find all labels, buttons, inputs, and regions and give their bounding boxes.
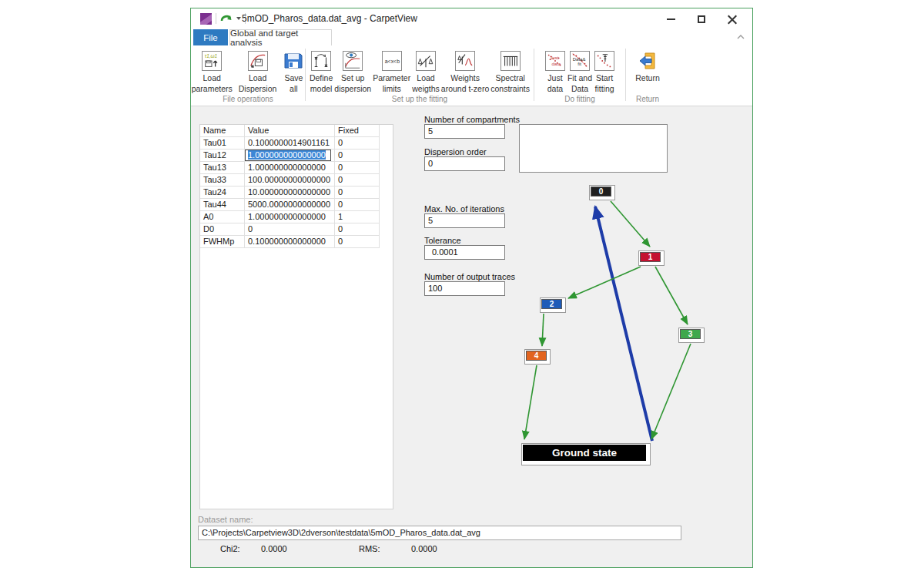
max-iterations-input[interactable]: 5 [424, 213, 505, 228]
set-up-dispersion-icon [342, 50, 363, 72]
compartment-node-3[interactable]: 3 [678, 328, 705, 343]
cell-fixed[interactable]: 0 [335, 187, 380, 199]
cell-name[interactable]: Tau24 [200, 187, 245, 199]
cell-value[interactable]: 0.1000000014901161 [245, 137, 335, 150]
button-label: Spectral [495, 73, 525, 82]
close-button[interactable] [717, 8, 748, 29]
table-row[interactable]: D000 [200, 223, 380, 236]
maximize-icon [698, 15, 705, 23]
button-label: Return [635, 73, 660, 82]
table-row[interactable]: FWHMp0.1000000000000000 [200, 236, 380, 248]
maximize-button[interactable] [686, 8, 717, 29]
cell-fixed[interactable]: 0 [335, 199, 380, 211]
dataset-path-input[interactable]: C:\Projects\Carpetview3D\2dverson\testda… [198, 526, 681, 540]
cell-value[interactable]: 0 [245, 223, 335, 236]
cell-value[interactable]: 1.000000000000000 [245, 150, 335, 162]
fit-and-data-button[interactable]: Data& fit Fit and Data [567, 50, 593, 94]
define-model-button[interactable]: Define model [309, 50, 333, 94]
table-row[interactable]: A01.0000000000000001 [200, 211, 380, 223]
spectral-constraints-button[interactable]: Spectral constraints [490, 50, 531, 94]
cell-fixed[interactable]: 0 [335, 162, 380, 174]
tab-global-and-target-analysis[interactable]: Global and target analysis [229, 29, 332, 45]
tolerance-input[interactable]: 0.0001 [424, 245, 505, 260]
button-label: fitting [594, 84, 614, 93]
ribbon-group-file-operations: τ1,ω1 Load parameters [191, 45, 305, 106]
button-label: data [547, 84, 563, 93]
table-row[interactable]: Tau445000.00000000000000 [200, 199, 380, 211]
column-header-value[interactable]: Value [245, 125, 335, 137]
compartment-node-1[interactable]: 1 [638, 250, 665, 266]
compartment-node-0[interactable]: 0 [589, 185, 615, 200]
dispersion-order-input[interactable]: 0 [424, 156, 505, 171]
just-data-button[interactable]: Just data Just data [544, 50, 567, 94]
cell-fixed[interactable]: 0 [335, 174, 380, 187]
cell-fixed[interactable]: 0 [335, 223, 380, 236]
quick-access-dropdown-icon[interactable] [236, 17, 241, 20]
define-model-icon [310, 50, 332, 72]
start-fitting-button[interactable]: Start fitting [593, 50, 616, 94]
cell-value[interactable]: 0.100000000000000 [245, 236, 335, 248]
chi2-label: Chi2: [220, 544, 240, 553]
output-traces-input[interactable]: 100 [424, 281, 505, 296]
ground-state-label: Ground state [523, 445, 646, 461]
column-header-name[interactable]: Name [200, 125, 245, 137]
load-dispersion-button[interactable]: Load Dispersion [236, 50, 280, 94]
cell-value[interactable]: 1.000000000000000 [245, 162, 335, 174]
main-content: Name Value Fixed Tau010.1000000014901161… [191, 106, 752, 567]
cell-name[interactable]: Tau12 [200, 150, 245, 162]
cell-value[interactable]: 100.00000000000000 [245, 174, 335, 187]
cell-name[interactable]: D0 [200, 223, 245, 236]
app-icon[interactable] [200, 13, 212, 25]
table-row[interactable]: Tau010.10000000149011610 [200, 137, 380, 150]
rms-value: 0.0000 [411, 544, 437, 553]
ground-state-node[interactable]: Ground state [521, 443, 651, 465]
cell-name[interactable]: Tau01 [200, 137, 245, 150]
compartment-node-4[interactable]: 4 [524, 349, 551, 365]
compartment-node-2[interactable]: 2 [540, 297, 566, 313]
tab-file[interactable]: File [193, 29, 228, 45]
minimize-button[interactable] [655, 8, 686, 29]
cell-value[interactable]: 1.000000000000000 [245, 211, 335, 223]
button-label: Just [547, 73, 562, 82]
load-weigths-button[interactable]: Load weigths [411, 50, 440, 94]
dataset-name-label: Dataset name: [198, 515, 253, 524]
cell-fixed[interactable]: 0 [335, 236, 380, 248]
table-row[interactable]: Tau131.0000000000000000 [200, 162, 380, 174]
cell-name[interactable]: Tau44 [200, 199, 245, 211]
parameter-limits-button[interactable]: a<x<b Parameter limits [372, 50, 411, 94]
button-label: Load [417, 73, 434, 82]
button-label: Define [310, 73, 333, 82]
parameter-limits-icon: a<x<b [381, 50, 403, 72]
number-of-compartments-input[interactable]: 5 [424, 124, 505, 139]
field-label-max-iterations: Max. No. of iterations [424, 204, 504, 213]
set-up-dispersion-button[interactable]: Set up dispersion [333, 50, 372, 94]
ribbon-group-set-up-the-fitting: Define model Set up dispersion [306, 45, 534, 106]
table-row[interactable]: Tau2410.0000000000000000 [200, 187, 380, 199]
cell-name[interactable]: A0 [200, 211, 245, 223]
weights-around-t-zero-button[interactable]: Weights around t-zero [440, 50, 490, 94]
cell-value[interactable]: 10.000000000000000 [245, 187, 335, 199]
minimize-icon [667, 18, 675, 20]
save-all-button[interactable]: Save all [280, 50, 307, 94]
svg-text:Data&: Data& [573, 57, 586, 62]
cell-name[interactable]: Tau33 [200, 174, 245, 187]
weights-around-t-zero-icon [454, 50, 476, 72]
load-parameters-button[interactable]: τ1,ω1 Load parameters [189, 50, 236, 94]
column-header-fixed[interactable]: Fixed [335, 125, 380, 137]
return-button[interactable]: Return [632, 50, 663, 82]
cell-value[interactable]: 5000.0000000000000 [245, 199, 335, 211]
cell-name[interactable]: FWHMp [200, 236, 245, 248]
collapse-ribbon-icon[interactable] [737, 34, 745, 40]
table-row[interactable]: Tau121.0000000000000000 [200, 150, 380, 162]
cell-fixed[interactable]: 1 [335, 211, 380, 223]
button-label: Weights [450, 73, 480, 82]
ribbon-group-label: Return [626, 95, 669, 106]
button-label: dispersion [334, 84, 371, 93]
cell-fixed[interactable]: 0 [335, 150, 380, 162]
cell-fixed[interactable]: 0 [335, 137, 380, 150]
quick-access-icon[interactable] [220, 13, 233, 24]
table-row[interactable]: Tau33100.000000000000000 [200, 174, 380, 187]
cell-name[interactable]: Tau13 [200, 162, 245, 174]
button-label: Data [571, 84, 588, 93]
value-edit-box[interactable]: 1.000000000000000 [245, 150, 331, 161]
